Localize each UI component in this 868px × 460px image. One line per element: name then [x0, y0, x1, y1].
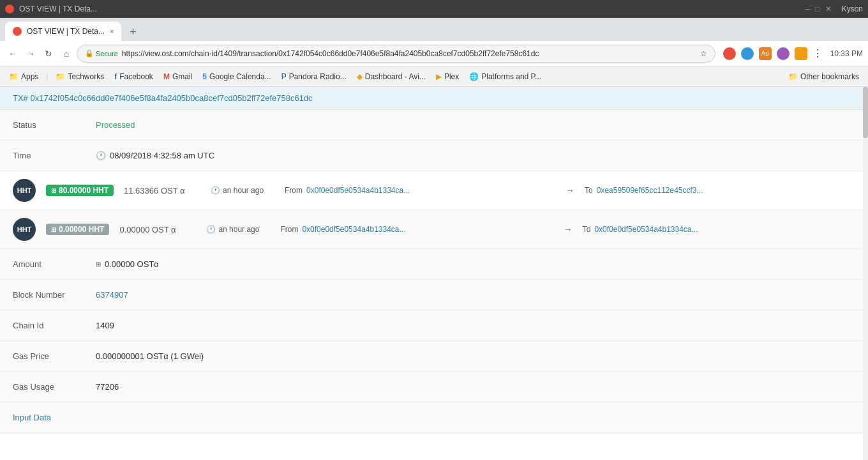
from-section-1: From 0x0f0e0df5e0534a4b1334ca... [285, 186, 555, 195]
folder-icon: 📁 [788, 72, 798, 81]
avatar-2: HHT [13, 218, 36, 241]
tab-label: OST VIEW | TX Deta... [27, 27, 105, 36]
bookmark-gmail[interactable]: M Gmail [160, 71, 196, 82]
url-action-icons: ☆ [700, 49, 707, 58]
url-bar[interactable]: 🔒 Secure https://view.ost.com/chain-id/1… [77, 45, 715, 63]
from-addr-2[interactable]: 0x0f0e0df5e0534a4b1334ca... [302, 225, 405, 234]
from-label-1: From [285, 186, 303, 195]
amount-row: Amount ⊞ 0.00000 OSTα [0, 249, 868, 280]
clock-icon-1: 🕐 [211, 186, 220, 195]
bookmark-platforms[interactable]: 🌐 Platforms and P... [465, 71, 545, 82]
folder-icon: 📁 [9, 72, 19, 81]
extension-icon-1[interactable] [723, 47, 736, 60]
status-row: Status Processed [0, 110, 868, 141]
status-value: Processed [96, 120, 135, 130]
tab-close-button[interactable]: × [110, 27, 114, 35]
dashboard-icon: ◆ [357, 72, 363, 81]
bookmark-plex[interactable]: ▶ Plex [432, 71, 463, 82]
ost-amount-2: 0.00000 OST α [119, 225, 196, 234]
to-addr-2[interactable]: 0x0f0e0df5e0534a4b1334ca... [594, 225, 698, 234]
address-bar: ← → ↻ ⌂ 🔒 Secure https://view.ost.com/ch… [0, 41, 868, 66]
gas-price-value: 0.000000001 OSTα (1 GWei) [96, 351, 204, 361]
bookmark-dashboard[interactable]: ◆ Dashboard - Avi... [353, 71, 430, 82]
bookmark-label: Dashboard - Avi... [365, 72, 426, 81]
grid-icon-amount: ⊞ [96, 261, 101, 268]
bookmark-label: Platforms and P... [481, 72, 541, 81]
bookmark-label: Gmail [172, 72, 192, 81]
grid-icon: ⊞ [51, 187, 56, 194]
scrollbar-thumb[interactable] [863, 87, 868, 138]
bookmark-other[interactable]: 📁 Other bookmarks [784, 71, 863, 82]
window-favicon [5, 4, 14, 13]
close-icon[interactable]: ✕ [825, 4, 832, 13]
minimize-icon[interactable]: ─ [805, 4, 811, 13]
bookmark-pandora[interactable]: P Pandora Radio... [278, 71, 350, 82]
tab-bar: OST VIEW | TX Deta... × + [0, 18, 868, 41]
maximize-icon[interactable]: □ [815, 4, 819, 13]
gas-usage-label: Gas Usage [13, 382, 96, 392]
to-addr-1[interactable]: 0xea59509ef65cc112e45ccf3... [597, 186, 703, 195]
input-data-row: Input Data [0, 402, 868, 433]
arrow-icon-1: → [565, 185, 574, 195]
extension-icon-3[interactable]: Ad [759, 47, 772, 60]
grid-icon-2: ⊞ [51, 226, 56, 233]
to-label-2: To [583, 225, 591, 234]
gcal-icon: 5 [202, 72, 207, 81]
time-ago-1: 🕐 an hour ago [211, 186, 274, 195]
active-tab[interactable]: OST VIEW | TX Deta... × [5, 22, 121, 41]
extension-icon-5[interactable] [795, 47, 807, 60]
bookmark-facebook[interactable]: f Facebook [110, 71, 157, 82]
transfer-row-2: HHT ⊞ 0.00000 HHT 0.00000 OST α 🕐 an hou… [0, 210, 868, 249]
secure-badge: 🔒 Secure [85, 49, 118, 57]
clock-display: 10:33 PM [830, 49, 863, 58]
new-tab-button[interactable]: + [124, 23, 142, 41]
from-label-2: From [280, 225, 298, 234]
to-section-2: To 0x0f0e0df5e0534a4b1334ca... [583, 225, 855, 234]
scrollbar-track[interactable] [863, 87, 868, 460]
token-amount-2: 0.00000 HHT [59, 225, 104, 234]
block-number-row: Block Number 6374907 [0, 280, 868, 310]
transfer-row-1: HHT ⊞ 80.00000 HHT 11.63366 OST α 🕐 an h… [0, 171, 868, 210]
detail-table: Status Processed Time 🕐 08/09/2018 4:32:… [0, 110, 868, 433]
home-button[interactable]: ⌂ [59, 46, 74, 61]
star-icon[interactable]: ☆ [700, 49, 707, 58]
pandora-icon: P [281, 72, 287, 81]
bookmark-apps[interactable]: 📁 Apps [5, 71, 42, 82]
tx-header: TX# 0x1742f054c0c66dd0e7f406e5f8a4fa2405… [0, 87, 868, 110]
reload-button[interactable]: ↻ [41, 46, 56, 61]
bookmark-label: Plex [444, 72, 459, 81]
extension-icon-6[interactable]: ⋮ [812, 47, 823, 59]
extension-icon-2[interactable] [741, 47, 754, 60]
browser-action-icons: Ad ⋮ [723, 47, 823, 60]
from-addr-1[interactable]: 0x0f0e0df5e0534a4b1334ca... [306, 186, 410, 195]
token-badge-2: ⊞ 0.00000 HHT [46, 224, 109, 235]
amount-value: ⊞ 0.00000 OSTα [96, 259, 159, 269]
bookmark-label: Pandora Radio... [289, 72, 347, 81]
back-button[interactable]: ← [5, 46, 20, 61]
extension-icon-4[interactable] [777, 47, 789, 60]
browser-content: TX# 0x1742f054c0c66dd0e7f406e5f8a4fa2405… [0, 87, 868, 460]
tab-favicon [13, 27, 22, 36]
block-number-label: Block Number [13, 290, 96, 300]
to-label-1: To [585, 186, 593, 195]
arrow-icon-2: → [564, 224, 572, 234]
bookmark-label: Techworks [68, 72, 104, 81]
status-label: Status [13, 120, 96, 130]
token-badge-1: ⊞ 80.00000 HHT [46, 185, 114, 196]
forward-button[interactable]: → [23, 46, 38, 61]
clock-icon-2: 🕐 [206, 225, 216, 234]
amount-label: Amount [13, 259, 96, 269]
bookmark-techworks[interactable]: 📁 Techworks [52, 71, 108, 82]
status-processed: Processed [96, 120, 135, 130]
block-number-value: 6374907 [96, 290, 128, 300]
chain-id-row: Chain Id 1409 [0, 310, 868, 341]
chain-id-value: 1409 [96, 321, 114, 330]
bookmark-gcal[interactable]: 5 Google Calenda... [198, 71, 274, 82]
time-row: Time 🕐 08/09/2018 4:32:58 am UTC [0, 141, 868, 171]
to-section-1: To 0xea59509ef65cc112e45ccf3... [585, 186, 855, 195]
time-value: 🕐 08/09/2018 4:32:58 am UTC [96, 151, 214, 160]
amount-text: 0.00000 OSTα [105, 259, 159, 269]
gas-price-label: Gas Price [13, 351, 96, 361]
from-section-2: From 0x0f0e0df5e0534a4b1334ca... [280, 225, 553, 234]
block-number-link[interactable]: 6374907 [96, 290, 128, 300]
